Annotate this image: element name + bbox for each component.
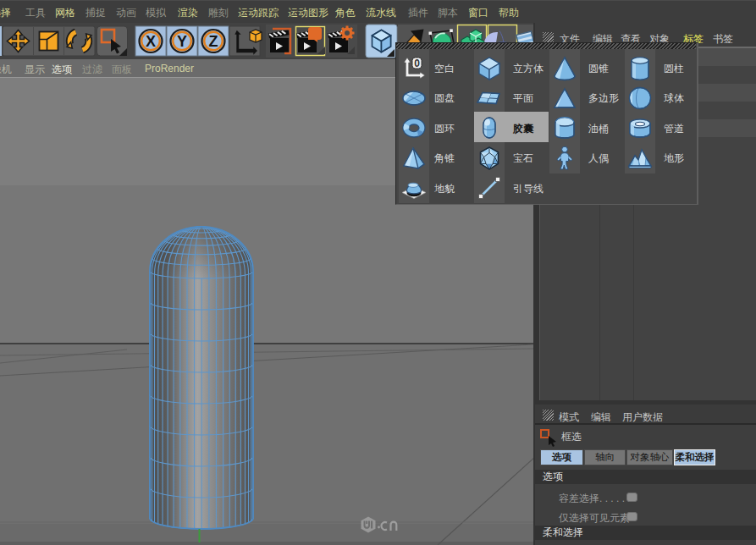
svg-text:Z: Z	[209, 33, 218, 50]
svg-text:0: 0	[414, 58, 420, 69]
svg-text:Y: Y	[177, 33, 187, 50]
svg-text:X: X	[146, 33, 156, 50]
